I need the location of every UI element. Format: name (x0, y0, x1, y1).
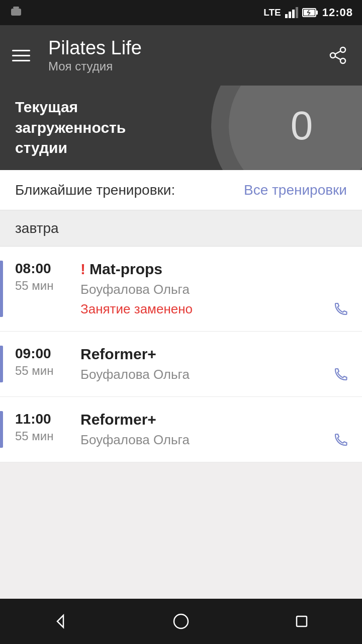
status-bar: LTE 12:08 (0, 0, 362, 25)
status-bar-right: LTE 12:08 (263, 6, 353, 19)
day-header: завтра (0, 210, 362, 247)
training-name-row: Reformer+ (80, 411, 347, 428)
training-name: Reformer+ (80, 411, 156, 428)
training-name-row: ! Mat-props (80, 261, 347, 278)
svg-point-12 (340, 47, 345, 52)
app-subtitle: Моя студия (48, 59, 350, 73)
phone-button[interactable] (332, 431, 350, 451)
phone-button[interactable] (332, 300, 350, 320)
training-instructor: Боуфалова Ольга (80, 432, 347, 448)
menu-button[interactable] (12, 44, 34, 66)
training-name-row: Reformer+ (80, 346, 347, 363)
training-duration: 55 мин (15, 279, 70, 293)
phone-button[interactable] (332, 365, 350, 385)
training-time-block: 11:00 55 мин (15, 411, 70, 443)
svg-marker-17 (57, 615, 63, 627)
accent-bar (0, 411, 3, 448)
training-item: 08:00 55 мин ! Mat-props Боуфалова Ольга… (0, 247, 362, 332)
svg-rect-5 (296, 7, 298, 18)
training-item: 11:00 55 мин Reformer+ Боуфалова Ольга (0, 397, 362, 462)
studio-load-section: Текущая загруженность студии 0 (0, 86, 362, 170)
training-info: Reformer+ Боуфалова Ольга (80, 411, 347, 448)
lte-label: LTE (263, 7, 281, 18)
gauge-container: 0 (176, 86, 362, 170)
svg-line-15 (335, 51, 341, 54)
svg-point-14 (330, 53, 335, 58)
svg-line-16 (335, 57, 341, 60)
svg-rect-1 (13, 7, 19, 9)
accent-bar (0, 346, 3, 382)
day-label: завтра (15, 220, 59, 236)
training-time: 09:00 (15, 346, 70, 362)
training-instructor: Боуфалова Ольга (80, 282, 347, 297)
upcoming-header: Ближайшие тренировки: Все тренировки (0, 170, 362, 210)
svg-rect-2 (285, 14, 288, 18)
svg-rect-4 (292, 10, 295, 18)
training-name: Reformer+ (80, 346, 156, 363)
studio-load-label: Текущая загруженность студии (15, 97, 151, 158)
svg-rect-7 (316, 11, 318, 15)
training-time-block: 08:00 55 мин (15, 261, 70, 293)
svg-point-13 (340, 58, 345, 63)
svg-point-18 (174, 614, 188, 628)
time-display: 12:08 (322, 6, 353, 19)
bottom-nav (0, 599, 362, 644)
trainings-list: 08:00 55 мин ! Mat-props Боуфалова Ольга… (0, 247, 362, 462)
training-info: Reformer+ Боуфалова Ольга (80, 346, 347, 382)
training-time: 11:00 (15, 411, 70, 427)
training-time: 08:00 (15, 261, 70, 277)
training-info: ! Mat-props Боуфалова Ольга Занятие заме… (80, 261, 347, 317)
svg-rect-19 (297, 616, 307, 626)
signal-icon (285, 7, 298, 18)
accent-bar (0, 261, 3, 317)
app-title-block: Pilates Life Моя студия (48, 37, 350, 73)
training-name: Mat-props (89, 261, 162, 278)
svg-rect-0 (11, 9, 21, 16)
all-trainings-link[interactable]: Все тренировки (244, 182, 347, 198)
training-instructor: Боуфалова Ольга (80, 367, 347, 382)
app-bar: Pilates Life Моя студия (0, 25, 362, 86)
training-replaced-text: Занятие заменено (80, 301, 347, 317)
recents-button[interactable] (287, 606, 317, 636)
gauge-inner: 0 (229, 86, 362, 170)
training-item: 09:00 55 мин Reformer+ Боуфалова Ольга (0, 332, 362, 397)
share-button[interactable] (326, 43, 350, 67)
gauge-value: 0 (291, 103, 313, 149)
gauge-background: 0 (211, 86, 362, 170)
android-icon (9, 5, 23, 21)
svg-rect-3 (289, 12, 291, 18)
battery-icon (302, 7, 318, 18)
training-duration: 55 мин (15, 429, 70, 443)
training-duration: 55 мин (15, 364, 70, 378)
home-button[interactable] (166, 606, 196, 636)
training-time-block: 09:00 55 мин (15, 346, 70, 378)
alert-icon: ! (80, 262, 85, 277)
upcoming-label: Ближайшие тренировки: (15, 182, 244, 198)
back-button[interactable] (45, 606, 75, 636)
app-title: Pilates Life (48, 37, 350, 59)
